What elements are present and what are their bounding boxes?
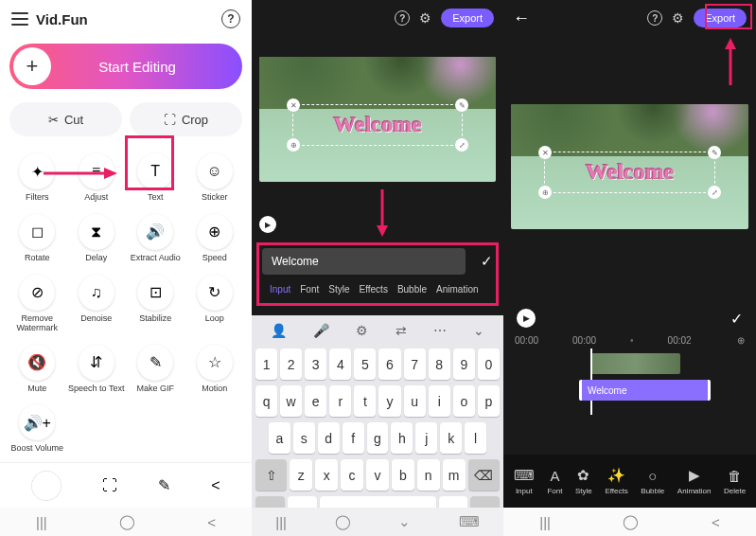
text-selection-box[interactable]: ✕ ✎ ⊕ ⤢ [544,152,715,193]
key-l[interactable]: l [465,422,486,454]
share-icon[interactable]: < [211,477,220,494]
palette-icon[interactable] [31,471,62,501]
key-7[interactable]: 7 [404,348,426,380]
play-button[interactable]: ▶ [259,216,276,233]
key-shift[interactable]: ⇧ [255,459,287,491]
btool-effects[interactable]: ✨Effects [605,467,627,495]
gear-icon[interactable]: ⚙ [672,10,684,26]
key-p[interactable]: p [478,385,500,417]
video-preview[interactable]: Welcome ✕ ✎ ⊕ ⤢ [259,57,496,182]
video-track[interactable] [590,353,680,374]
tab-animation[interactable]: Animation [432,282,482,296]
key-o[interactable]: o [453,385,475,417]
key-a[interactable]: a [269,422,290,454]
kb-settings-icon[interactable]: ⚙ [356,323,368,338]
handle-resize-icon[interactable]: ⤢ [455,138,468,152]
help-icon[interactable]: ? [221,9,240,28]
nav-recent-icon[interactable]: ||| [36,514,47,530]
handle-resize-icon[interactable]: ⤢ [708,186,721,199]
handle-copy-icon[interactable]: ⊕ [287,138,300,152]
nav-back-icon[interactable]: < [207,514,216,530]
key-2[interactable]: 2 [280,348,302,380]
btool-animation[interactable]: ▶Animation [677,467,712,495]
key-3[interactable]: 3 [305,348,326,380]
play-button[interactable]: ▶ [517,309,536,328]
key-x[interactable]: x [315,459,338,491]
key-r[interactable]: r [329,385,351,417]
key-h[interactable]: h [391,422,413,454]
nav-recent-icon[interactable]: ||| [275,514,287,530]
key-f[interactable]: f [343,422,364,454]
help-icon[interactable]: ? [395,10,410,26]
key-i[interactable]: i [429,385,450,417]
export-button[interactable]: Export [694,9,747,27]
key-k[interactable]: k [440,422,462,454]
handle-delete-icon[interactable]: ✕ [538,146,552,159]
tab-input[interactable]: Input [266,282,294,296]
key-6[interactable]: 6 [378,348,400,380]
nav-home-icon[interactable]: ◯ [119,513,135,530]
btool-delete[interactable]: 🗑Delete [724,468,746,495]
key-t[interactable]: t [354,385,376,417]
menu-icon[interactable] [11,12,28,26]
key-9[interactable]: 9 [453,348,475,380]
key-w[interactable]: w [280,385,302,417]
nav-back-icon[interactable]: ⌄ [398,513,411,530]
tool-speed[interactable]: ⊕Speed [185,210,245,267]
btool-style[interactable]: ✿Style [575,467,592,495]
confirm-icon[interactable]: ✓ [730,310,743,328]
tool-loop[interactable]: ↻Loop [185,271,245,337]
key-u[interactable]: u [404,385,426,417]
tool-remove-watermark[interactable]: ⊘Remove Watermark [8,271,67,337]
magic-icon[interactable]: ✎ [158,476,170,494]
video-preview[interactable]: Welcome ✕ ✎ ⊕ ⤢ [511,104,748,229]
key-n[interactable]: n [417,459,440,491]
tool-delay[interactable]: ⧗Delay [67,210,127,267]
nav-home-icon[interactable]: ◯ [335,513,351,530]
tool-rotate[interactable]: ◻Rotate [8,210,67,267]
tool-sticker[interactable]: ☺Sticker [185,150,245,206]
kb-translate-icon[interactable]: ⇄ [396,323,407,338]
nav-keyboard-icon[interactable]: ⌨ [459,513,480,530]
nav-back-icon[interactable]: < [712,514,720,530]
handle-delete-icon[interactable]: ✕ [287,98,300,112]
tab-style[interactable]: Style [325,282,353,296]
handle-copy-icon[interactable]: ⊕ [538,186,552,199]
handle-edit-icon[interactable]: ✎ [455,98,468,112]
nav-recent-icon[interactable]: ||| [539,514,551,530]
key-0[interactable]: 0 [478,348,500,380]
key-5[interactable]: 5 [354,348,376,380]
key-j[interactable]: j [415,422,437,454]
kb-emoji-icon[interactable]: 👤 [271,323,287,338]
kb-expand-icon[interactable]: ⌄ [473,323,484,338]
text-input-field[interactable]: Welcome [262,248,466,275]
help-icon[interactable]: ? [647,10,662,26]
start-editing-button[interactable]: + Start Editing [9,44,242,89]
tool-text[interactable]: TText [126,150,185,206]
key-backspace[interactable]: ⌫ [468,459,500,491]
key-e[interactable]: e [305,385,326,417]
tool-make-gif[interactable]: ✎Make GIF [126,341,185,398]
kb-more-icon[interactable]: ⋯ [433,323,447,338]
key-b[interactable]: b [392,459,414,491]
tab-bubble[interactable]: Bubble [394,282,431,296]
export-button[interactable]: Export [441,9,494,27]
text-selection-box[interactable]: ✕ ✎ ⊕ ⤢ [292,104,463,146]
key-8[interactable]: 8 [429,348,450,380]
key-4[interactable]: 4 [329,348,351,380]
kb-mic-icon[interactable]: 🎤 [313,323,329,338]
key-g[interactable]: g [367,422,389,454]
btool-font[interactable]: AFont [547,468,562,495]
gear-icon[interactable]: ⚙ [419,10,431,26]
key-v[interactable]: v [366,459,389,491]
scan-icon[interactable]: ⛶ [102,477,117,494]
tool-stabilize[interactable]: ⊡Stabilize [126,271,185,337]
confirm-icon[interactable]: ✓ [481,253,493,270]
tab-font[interactable]: Font [296,282,323,296]
key-z[interactable]: z [290,459,312,491]
key-y[interactable]: y [378,385,400,417]
handle-edit-icon[interactable]: ✎ [708,146,721,159]
key-d[interactable]: d [318,422,340,454]
key-m[interactable]: m [443,459,466,491]
crop-button[interactable]: ⛶Crop [130,102,242,136]
